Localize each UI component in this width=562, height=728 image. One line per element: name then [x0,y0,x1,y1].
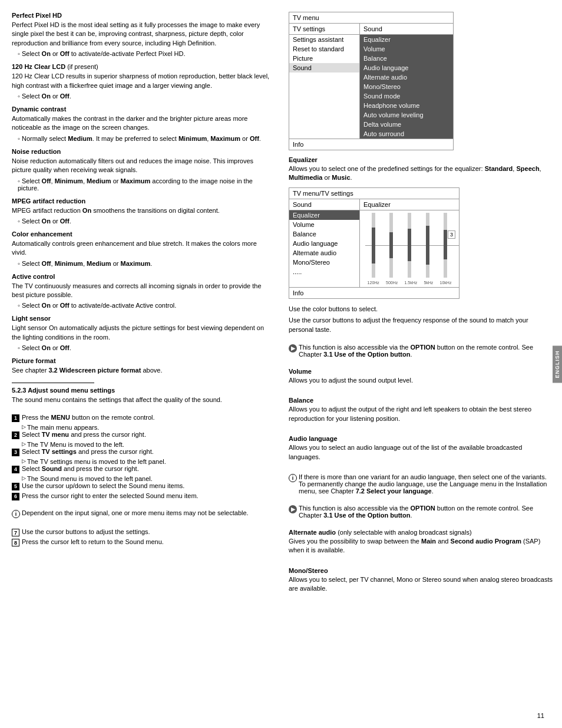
alternate-audio-text: Gives you the possibility to swap betwee… [289,537,554,555]
sidebar-english-label: ENGLISH [553,345,562,383]
eq-body: Sound Equalizer Volume Balance Audio lan… [289,199,459,287]
col2-item-volume: Volume [360,44,453,54]
tv-menu-header: TV menu [289,12,453,24]
step-badge-6: 6 [12,493,19,500]
col2-item-audio-language: Audio language [360,63,453,73]
sub-text-3: The TV settings menu is moved to the lef… [27,458,166,465]
col1-item-reset: Reset to standard [289,44,359,54]
section-hz-clear: 120 Hz Clear LCD (if present) 120 Hz Cle… [12,63,271,100]
freq-label-2: 500Hz [386,281,398,285]
step-text-5: Use the cursor up/down to select the Sou… [22,482,184,489]
section-bullets-noise-reduction: Select Off, Minimum, Medium or Maximum a… [18,177,271,192]
col1-header: TV settings [289,24,359,35]
option-text-2: This function is also accessible via the… [299,505,554,519]
col2-item-alternate-audio: Alternate audio [360,73,453,82]
col2-item-auto-surround: Auto surround [360,129,453,139]
equalizer-text: Allows you to select one of the predefin… [289,164,554,183]
info-block-audio-lang: i If there is more than one variant for … [289,473,554,495]
eq-bar-track-4 [426,213,429,278]
section-bullets-hz-clear: Select On or Off. [18,93,271,100]
audio-language-title: Audio language [289,435,554,442]
eq-col2-header: Equalizer [360,199,459,210]
info-block-1: i Dependent on the input signal, one or … [12,509,271,518]
step-text-4: Select Sound and press the cursor right. [22,465,139,472]
section-light-sensor: Light sensor Light sensor On automatical… [12,315,271,351]
step-5: 5 Use the cursor up/down to select the S… [12,482,271,490]
section-title-active-control: Active control [12,273,271,280]
col1-item-picture: Picture [289,54,359,63]
step-6: 6 Press the cursor right to enter the se… [12,492,271,500]
option-block-1: ▶ This function is also accessible via t… [289,344,554,358]
tv-menu-col2: Sound Equalizer Volume Balance Audio lan… [360,24,453,139]
section-adjust-sound: 5.2.3 Adjust sound menu settings The sou… [12,387,271,546]
eq-item-alternate-audio: Alternate audio [289,248,359,258]
step-badge-5: 5 [12,483,19,490]
section-title-dynamic-contrast: Dynamic contrast [12,106,271,113]
volume-text: Allows you to adjust the sound output le… [289,376,554,385]
col2-item-headphone-volume: Headphone volume [360,101,453,110]
bullet-item: Normally select Medium. It may be prefer… [18,135,271,142]
section-para-dynamic-contrast: Automatically makes the contrast in the … [12,114,271,133]
col2-item-balance: Balance [360,54,453,63]
col2-item-delta-volume: Delta volume [360,120,453,129]
step-text-7: Use the cursor buttons to adjust the set… [22,528,150,535]
bullet-item: Select Off, Minimum, Medium or Maximum a… [18,177,271,192]
sub-text-4: The Sound menu is moved to the left pane… [27,475,153,482]
balance-text: Allows you to adjust the output of the r… [289,405,554,423]
eq-info-row: Info [289,287,459,298]
step-badge-2: 2 [12,431,19,439]
section-bullets-color-enhancement: Select Off, Minimum, Medium or Maximum. [18,260,271,267]
adjust-sound-intro: The sound menu contains the settings tha… [12,396,271,404]
freq-label-5: 10kHz [440,281,452,285]
eq-bar-fill-4 [426,226,429,265]
section-title-light-sensor: Light sensor [12,315,271,322]
option-block-2: ▶ This function is also accessible via t… [289,505,554,519]
step-sub-1: The main menu appears. [22,424,271,431]
section-para-hz-clear: 120 Hz Clear LCD results in superior sha… [12,72,271,90]
section-equalizer: Equalizer Allows you to select one of th… [289,156,554,183]
eq-bar-track-5 [444,213,447,278]
option-icon-1: ▶ [289,344,297,353]
section-bullets-dynamic-contrast: Normally select Medium. It may be prefer… [18,135,271,142]
bullet-item: Select On or Off to activate/de-activate… [18,302,271,309]
page-container: Perfect Pixel HD Perfect Pixel HD is the… [0,0,562,728]
step-badge-3: 3 [12,449,19,456]
step-text-8: Press the cursor left to return to the S… [22,538,164,545]
step-badge-7: 7 [12,529,19,536]
page-number: 11 [537,712,544,719]
section-mpeg: MPEG artifact reduction MPEG artifact re… [12,197,271,225]
bullet-item: Select On or Off. [18,344,271,351]
eq-bar-fill-3 [408,229,411,261]
eq-table: TV menu/TV settings Sound Equalizer Volu… [289,187,459,299]
section-bullets-light-sensor: Select On or Off. [18,344,271,351]
col2-item-mono-stereo: Mono/Stereo [360,82,453,91]
section-para-perfect-pixel: Perfect Pixel HD is the most ideal setti… [12,21,271,48]
section-audio-language: Audio language Allows you to select an a… [289,435,554,462]
section-color-enhancement: Color enhancement Automatically controls… [12,230,271,267]
step-badge-1: 1 [12,414,19,422]
section-mono-stereo: Mono/Stereo Allows you to select, per TV… [289,567,554,594]
section-title-picture-format: Picture format [12,357,271,364]
step-sub-4: The Sound menu is moved to the left pane… [22,475,271,482]
section-para-color-enhancement: Automatically controls green enhancement… [12,239,271,258]
eq-item-equalizer: Equalizer [289,210,359,220]
tv-menu-table: TV menu TV settings Settings assistant R… [289,12,454,150]
option-icon-2: ▶ [289,505,297,513]
step-text-2: Select TV menu and press the cursor righ… [22,431,146,438]
info-icon-audio-lang: i [289,474,297,482]
section-para-active-control: The TV continuously measures and correct… [12,282,271,300]
col1-item-settings-assistant: Settings assistant [289,35,359,44]
section-para-mpeg: MPEG artifact reduction On smoothens the… [12,206,271,215]
tv-menu-info-row: Info [289,139,453,150]
sub-text-1: The main menu appears. [27,424,99,431]
section-dynamic-contrast: Dynamic contrast Automatically makes the… [12,106,271,142]
cursor-note: Use the cursor buttons to adjust the fre… [289,316,554,334]
eq-col1: Sound Equalizer Volume Balance Audio lan… [289,199,360,287]
step-4: 4 Select Sound and press the cursor righ… [12,465,271,473]
eq-item-audio-language: Audio language [289,239,359,248]
section-title-perfect-pixel: Perfect Pixel HD [12,12,271,19]
option-text-1: This function is also accessible via the… [299,344,554,358]
section-bullets-active-control: Select On or Off to activate/de-activate… [18,302,271,309]
section-title-color-enhancement: Color enhancement [12,230,271,238]
section-title-adjust-sound: 5.2.3 Adjust sound menu settings [12,387,271,394]
